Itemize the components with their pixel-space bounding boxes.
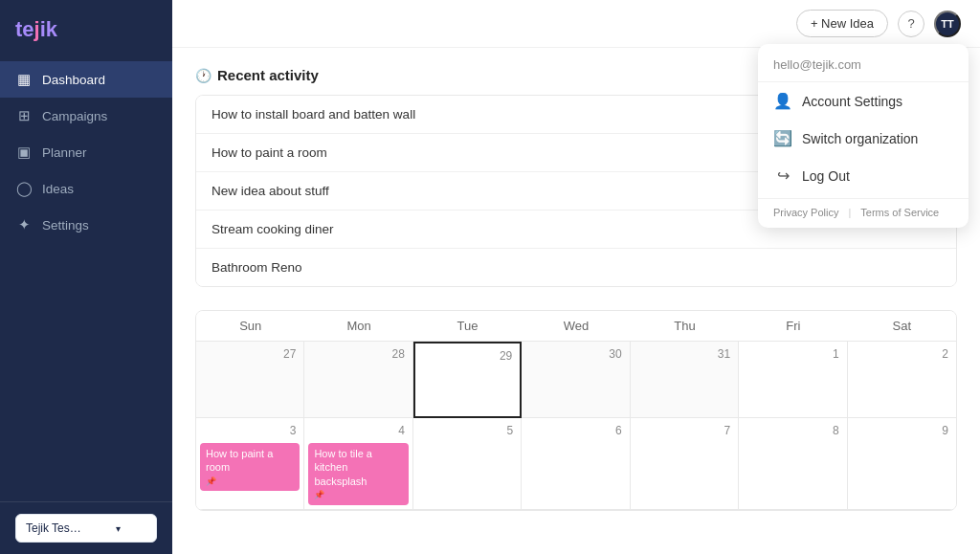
cal-date: 7 xyxy=(635,422,734,439)
campaigns-icon: ⊞ xyxy=(15,107,33,124)
avatar-button[interactable]: TT xyxy=(934,11,961,37)
ideas-icon: ◯ xyxy=(15,180,33,197)
cal-date: 29 xyxy=(419,347,516,365)
chevron-down-icon: ▾ xyxy=(89,523,146,534)
cal-date: 6 xyxy=(525,422,625,439)
logout-icon: ↪ xyxy=(773,166,792,185)
cal-date: 3 xyxy=(200,422,300,439)
sidebar-item-ideas[interactable]: ◯ Ideas xyxy=(0,170,172,207)
cal-cell-6[interactable]: 6 xyxy=(522,418,630,510)
cal-event-tile-kitchen[interactable]: How to tile a kitchen backsplash 📌 xyxy=(308,443,408,505)
cal-event-text: How to tile a kitchen backsplash xyxy=(314,448,372,487)
sidebar-nav: ▦ Dashboard ⊞ Campaigns ▣ Planner ◯ Idea… xyxy=(0,54,172,501)
topbar: + New Idea ? TT hello@tejik.com 👤 Accoun… xyxy=(172,0,980,48)
cal-event-paint-room[interactable]: How to paint a room 📌 xyxy=(200,443,300,491)
cal-cell-31[interactable]: 31 xyxy=(631,342,739,418)
day-name-fri: Fri xyxy=(739,311,847,341)
cal-date: 1 xyxy=(743,345,842,363)
sidebar-item-label: Ideas xyxy=(42,182,74,196)
pin-icon: 📌 xyxy=(314,490,402,501)
cal-event-text: How to paint a room xyxy=(206,448,273,473)
logo: tejik xyxy=(0,0,172,54)
switch-org-item[interactable]: 🔄 Switch organization xyxy=(758,120,969,157)
cal-cell-2[interactable]: 2 xyxy=(848,342,956,418)
cal-date: 31 xyxy=(635,345,734,363)
new-idea-label: + New Idea xyxy=(811,16,874,31)
logo-t: te xyxy=(15,17,34,41)
cal-date: 5 xyxy=(417,422,517,439)
calendar-header: Sun Mon Tue Wed Thu Fri Sat xyxy=(196,311,956,342)
sidebar-item-dashboard[interactable]: ▦ Dashboard xyxy=(0,61,172,98)
cal-date: 2 xyxy=(852,345,952,363)
help-icon: ? xyxy=(907,16,914,31)
account-settings-item[interactable]: 👤 Account Settings xyxy=(758,82,969,120)
sidebar-item-settings[interactable]: ✦ Settings xyxy=(0,207,172,243)
day-name-thu: Thu xyxy=(631,311,739,341)
separator: | xyxy=(848,207,851,218)
pin-icon: 📌 xyxy=(206,476,294,488)
privacy-policy-link[interactable]: Privacy Policy xyxy=(773,207,838,218)
cal-date: 8 xyxy=(743,422,842,439)
sidebar-item-planner[interactable]: ▣ Planner xyxy=(0,134,172,170)
sidebar-item-label: Planner xyxy=(42,145,87,160)
cal-date: 9 xyxy=(852,422,952,439)
logo-ik: ik xyxy=(40,17,57,41)
terms-of-service-link[interactable]: Terms of Service xyxy=(860,207,939,218)
logout-label: Log Out xyxy=(802,168,850,184)
cal-cell-28[interactable]: 28 xyxy=(304,342,412,418)
switch-org-label: Switch organization xyxy=(802,131,918,146)
settings-icon: ✦ xyxy=(15,216,33,233)
calendar-grid: 27 28 29 30 31 1 2 xyxy=(196,342,956,510)
cal-cell-5[interactable]: 5 xyxy=(413,418,522,510)
sidebar-item-campaigns[interactable]: ⊞ Campaigns xyxy=(0,98,172,134)
sidebar: tejik ▦ Dashboard ⊞ Campaigns ▣ Planner … xyxy=(0,0,172,554)
recent-activity-heading: Recent activity xyxy=(217,67,319,83)
workspace-label: Tejik Test Workspa... xyxy=(26,521,83,535)
cal-cell-8[interactable]: 8 xyxy=(739,418,847,510)
day-name-mon: Mon xyxy=(304,311,412,341)
account-settings-label: Account Settings xyxy=(802,94,902,109)
logout-item[interactable]: ↪ Log Out xyxy=(758,157,969,194)
cal-cell-30[interactable]: 30 xyxy=(522,342,630,418)
planner-icon: ▣ xyxy=(15,144,33,161)
dashboard-icon: ▦ xyxy=(15,71,33,88)
sidebar-item-label: Campaigns xyxy=(42,109,107,123)
switch-org-icon: 🔄 xyxy=(773,129,792,147)
cal-date: 30 xyxy=(525,345,625,363)
clock-icon: 🕐 xyxy=(195,68,212,83)
calendar: Sun Mon Tue Wed Thu Fri Sat 27 28 29 xyxy=(195,310,957,511)
cal-cell-29-today[interactable]: 29 xyxy=(413,342,522,418)
cal-cell-1[interactable]: 1 xyxy=(739,342,847,418)
cal-date: 27 xyxy=(200,345,300,363)
cal-cell-27[interactable]: 27 xyxy=(196,342,304,418)
avatar-label: TT xyxy=(941,18,953,30)
sidebar-footer: Tejik Test Workspa... ▾ xyxy=(0,501,172,554)
cal-date: 4 xyxy=(308,422,408,439)
dropdown-footer: Privacy Policy | Terms of Service xyxy=(758,198,969,218)
cal-cell-7[interactable]: 7 xyxy=(631,418,739,510)
user-dropdown: hello@tejik.com 👤 Account Settings 🔄 Swi… xyxy=(758,44,969,228)
activity-item[interactable]: Bathroom Reno xyxy=(196,249,956,286)
day-name-tue: Tue xyxy=(413,311,522,341)
main-content: + New Idea ? TT hello@tejik.com 👤 Accoun… xyxy=(172,0,980,554)
sidebar-item-label: Settings xyxy=(42,218,89,233)
workspace-button[interactable]: Tejik Test Workspa... ▾ xyxy=(15,514,157,543)
dropdown-email: hello@tejik.com xyxy=(758,57,969,82)
sidebar-item-label: Dashboard xyxy=(42,73,105,87)
help-button[interactable]: ? xyxy=(898,11,924,37)
day-name-sun: Sun xyxy=(196,311,304,341)
cal-cell-3[interactable]: 3 How to paint a room 📌 xyxy=(196,418,304,510)
logo-text: tejik xyxy=(15,17,57,41)
day-name-wed: Wed xyxy=(522,311,630,341)
cal-date: 28 xyxy=(308,345,408,363)
cal-cell-4[interactable]: 4 How to tile a kitchen backsplash 📌 xyxy=(304,418,412,510)
new-idea-button[interactable]: + New Idea xyxy=(796,10,888,37)
day-name-sat: Sat xyxy=(848,311,956,341)
cal-cell-9[interactable]: 9 xyxy=(848,418,956,510)
account-icon: 👤 xyxy=(773,92,792,110)
